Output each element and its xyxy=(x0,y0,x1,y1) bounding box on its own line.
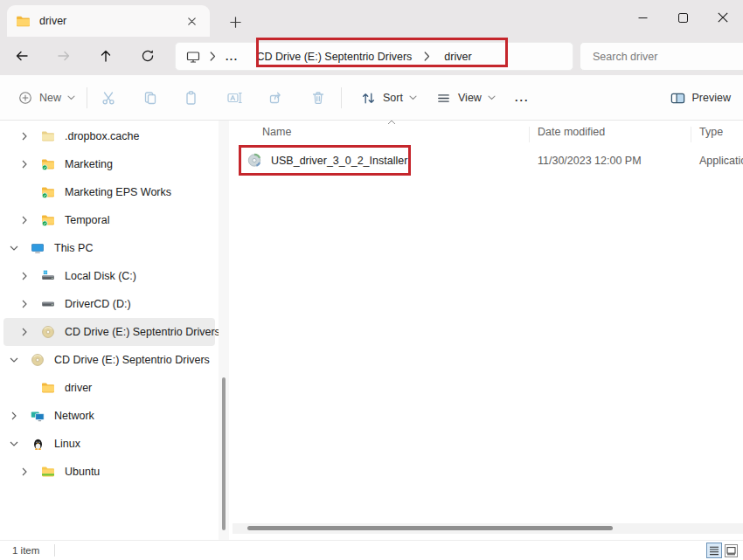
chevron-right-icon xyxy=(210,52,216,61)
column-divider[interactable] xyxy=(691,127,691,142)
column-header-name[interactable]: Name xyxy=(262,126,291,138)
large-icons-view-button[interactable] xyxy=(725,544,738,557)
drive-icon xyxy=(40,297,56,311)
preview-button[interactable]: Preview xyxy=(664,86,736,110)
sidebar-item-cd-drive-e-selected[interactable]: CD Drive (E:) Septentrio Drivers xyxy=(3,318,215,346)
sidebar-item-label: Marketing xyxy=(65,158,113,170)
column-header-date-modified[interactable]: Date modified xyxy=(538,126,605,138)
chevron-right-icon[interactable] xyxy=(16,216,33,225)
folder-icon xyxy=(40,381,56,395)
more-options-button[interactable]: ... xyxy=(510,86,534,110)
sort-button-label: Sort xyxy=(383,92,403,104)
chevron-right-icon[interactable] xyxy=(5,411,23,420)
folder-plain-icon xyxy=(40,129,56,143)
share-button[interactable] xyxy=(267,88,286,107)
column-header-type[interactable]: Type xyxy=(699,126,723,138)
search-input[interactable] xyxy=(580,43,743,70)
sidebar-item-label: CD Drive (E:) Septentrio Drivers xyxy=(65,326,219,338)
maximize-icon[interactable] xyxy=(663,0,703,35)
sidebar-item-local-disk-c[interactable]: Local Disk (C:) xyxy=(3,262,215,290)
tab-driver[interactable]: driver xyxy=(7,5,210,37)
cut-button[interactable] xyxy=(99,88,118,107)
refresh-button[interactable] xyxy=(135,43,161,69)
file-date-modified: 11/30/2023 12:00 PM xyxy=(538,155,642,167)
chevron-right-icon[interactable] xyxy=(16,300,33,308)
sidebar-item-temporal[interactable]: Temporal xyxy=(3,206,215,234)
chevron-down-icon xyxy=(488,95,496,100)
forward-button[interactable] xyxy=(51,43,77,69)
sidebar-item-cd-drive-e-expanded[interactable]: CD Drive (E:) Septentrio Drivers xyxy=(3,346,215,374)
details-view-button[interactable] xyxy=(706,543,722,558)
sort-ascending-icon xyxy=(387,121,396,125)
sidebar-item-ubuntu[interactable]: Ubuntu xyxy=(3,458,215,486)
status-divider xyxy=(54,544,55,557)
title-bar: driver xyxy=(0,0,743,75)
sidebar-item-linux[interactable]: Linux xyxy=(3,430,215,458)
cd-drive-icon xyxy=(30,353,45,367)
this-pc-icon xyxy=(30,241,45,255)
command-toolbar: New Sort xyxy=(0,75,743,121)
column-divider[interactable] xyxy=(529,127,530,142)
preview-pane-icon xyxy=(670,90,686,107)
delete-button[interactable] xyxy=(309,88,328,107)
breadcrumb-more-button[interactable]: ... xyxy=(226,51,239,63)
file-type: Application xyxy=(699,155,743,167)
chevron-right-icon[interactable] xyxy=(16,160,33,169)
tab-title: driver xyxy=(39,15,182,27)
window-controls xyxy=(622,0,743,35)
folder-icon xyxy=(16,14,31,29)
horizontal-scrollbar-thumb[interactable] xyxy=(247,526,613,530)
file-row-usb-driver-installer[interactable]: USB_driver_3_0_2_Installer 11/30/2023 12… xyxy=(229,146,743,176)
linux-tux-icon xyxy=(30,438,45,451)
up-button[interactable] xyxy=(93,43,119,69)
tab-close-icon[interactable] xyxy=(182,11,201,31)
chevron-down-icon[interactable] xyxy=(5,357,23,363)
toolbar-divider xyxy=(341,87,342,108)
sidebar-item-label: Ubuntu xyxy=(65,466,100,478)
chevron-right-icon[interactable] xyxy=(16,328,33,336)
this-pc-icon[interactable] xyxy=(185,49,201,65)
chevron-right-icon xyxy=(424,52,430,61)
close-icon[interactable] xyxy=(703,0,743,35)
folder-synced-icon xyxy=(40,213,56,227)
back-button[interactable] xyxy=(9,43,35,69)
file-list-pane: Name Date modified Type USB_driver_3_0_2… xyxy=(229,121,743,540)
sidebar-item-label: Marketing EPS Works xyxy=(65,186,171,198)
chevron-right-icon[interactable] xyxy=(16,467,33,476)
breadcrumb-segment-driver[interactable]: driver xyxy=(444,51,471,63)
sidebar-item-label: Network xyxy=(54,410,94,422)
sidebar-item-label: Local Disk (C:) xyxy=(65,270,136,282)
chevron-down-icon xyxy=(67,95,75,100)
breadcrumb-segment-drive[interactable]: CD Drive (E:) Septentrio Drivers xyxy=(257,51,413,63)
view-button[interactable]: View xyxy=(430,86,501,110)
chevron-down-icon[interactable] xyxy=(5,245,23,251)
sidebar-scrollbar-thumb[interactable] xyxy=(222,377,226,530)
new-button[interactable]: New xyxy=(12,86,80,110)
preview-button-label: Preview xyxy=(692,92,731,104)
sidebar-item-driver[interactable]: driver xyxy=(3,374,215,402)
chevron-down-icon[interactable] xyxy=(5,441,23,446)
new-tab-button[interactable] xyxy=(224,10,247,33)
chevron-right-icon[interactable] xyxy=(16,132,33,141)
sidebar-item-dropbox-cache[interactable]: .dropbox.cache xyxy=(3,122,215,150)
minimize-icon[interactable] xyxy=(622,0,663,35)
address-bar[interactable]: ... CD Drive (E:) Septentrio Drivers dri… xyxy=(175,42,573,71)
file-name: USB_driver_3_0_2_Installer xyxy=(271,155,407,167)
sidebar-item-this-pc[interactable]: This PC xyxy=(3,234,215,262)
sort-button[interactable]: Sort xyxy=(355,86,422,110)
sidebar-item-label: CD Drive (E:) Septentrio Drivers xyxy=(54,354,210,366)
view-lines-icon xyxy=(435,90,452,107)
view-button-label: View xyxy=(458,92,482,104)
rename-button[interactable] xyxy=(225,88,244,107)
sidebar-item-network[interactable]: Network xyxy=(3,402,215,430)
paste-button[interactable] xyxy=(183,88,202,107)
file-explorer-window: driver xyxy=(0,0,743,560)
toolbar-divider xyxy=(87,87,87,108)
local-disk-icon xyxy=(40,269,56,283)
sidebar-item-marketing-eps-works[interactable]: Marketing EPS Works xyxy=(3,178,215,206)
new-button-label: New xyxy=(39,92,61,104)
copy-button[interactable] xyxy=(141,88,160,107)
chevron-right-icon[interactable] xyxy=(16,272,33,280)
sidebar-item-drivercd-d[interactable]: DriverCD (D:) xyxy=(3,290,215,318)
sidebar-item-marketing[interactable]: Marketing xyxy=(3,150,215,178)
